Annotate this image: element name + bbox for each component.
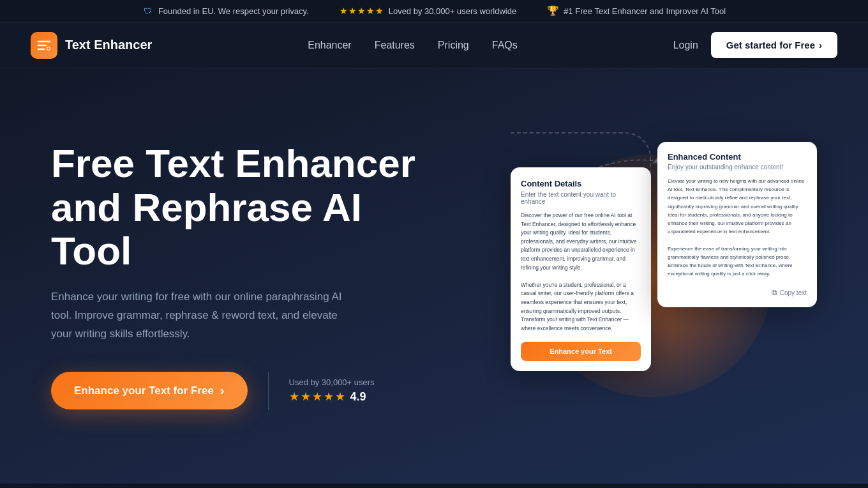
rating-number: 4.9	[350, 390, 366, 404]
cta-arrow-icon: ›	[220, 383, 225, 398]
logo-icon	[31, 32, 57, 59]
hero-title-line1: Free Text Enhancer	[51, 141, 415, 185]
rating-row: ★★★★★ 4.9	[289, 390, 375, 404]
rating-stars: ★★★★★	[289, 390, 347, 404]
content-details-subtitle: Enter the text content you want to enhan…	[521, 191, 641, 205]
nav-item-enhancer[interactable]: Enhancer	[308, 40, 352, 51]
logo[interactable]: Text Enhancer	[31, 32, 152, 59]
copy-label: Copy text	[780, 289, 807, 296]
banner-stars-icon: ★★★★★	[340, 6, 384, 16]
shield-icon: 🛡	[142, 5, 154, 17]
enhance-cta-button[interactable]: Enhance your Text for Free ›	[51, 372, 248, 409]
top-banner: 🛡 Founded in EU. We respect your privacy…	[0, 0, 868, 22]
divider	[268, 372, 269, 410]
logo-text: Text Enhancer	[65, 38, 152, 52]
navigation: Text Enhancer Enhancer Features Pricing …	[0, 22, 868, 68]
social-proof: Used by 30,000+ users ★★★★★ 4.9	[289, 377, 375, 404]
nav-links: Enhancer Features Pricing FAQs	[308, 40, 518, 51]
banner-loved-text: Loved by 30,000+ users worldwide	[389, 6, 517, 16]
login-button[interactable]: Login	[673, 40, 698, 51]
card-enhance-button[interactable]: Enhance your Text	[521, 342, 641, 361]
banner-award: 🏆 #1 Free Text Enhancer and Improver AI …	[547, 5, 726, 17]
enhanced-title: Enhanced Content	[668, 152, 807, 162]
arrow-right-icon: ›	[819, 40, 822, 50]
nav-link-features[interactable]: Features	[375, 40, 415, 50]
content-details-title: Content Details	[521, 179, 641, 188]
enhanced-subtitle: Enjoy your outstanding enhance content!	[668, 164, 807, 171]
nav-actions: Login Get started for Free ›	[673, 32, 837, 58]
banner-award-text: #1 Free Text Enhancer and Improver AI To…	[564, 6, 726, 16]
copy-icon: ⧉	[772, 288, 777, 297]
trophy-icon: 🏆	[547, 5, 559, 17]
hero-section: Free Text Enhancer and Rephrase AI Tool …	[0, 68, 868, 484]
social-proof-label: Used by 30,000+ users	[289, 377, 375, 387]
banner-loved: ★★★★★ Loved by 30,000+ users worldwide	[340, 6, 517, 16]
enhanced-content-card: Enhanced Content Enjoy your outstanding …	[657, 142, 817, 307]
enhanced-body: Elevate your writing to new heights with…	[668, 177, 807, 278]
nav-link-enhancer[interactable]: Enhancer	[308, 40, 352, 50]
banner-privacy: 🛡 Founded in EU. We respect your privacy…	[142, 5, 309, 17]
get-started-label: Get started for Free	[726, 40, 815, 50]
hero-mockup: Content Details Enter the text content y…	[511, 142, 817, 410]
hero-content: Free Text Enhancer and Rephrase AI Tool …	[51, 142, 421, 409]
hero-title-line2: and Rephrase AI Tool	[51, 185, 362, 273]
banner-privacy-text: Founded in EU. We respect your privacy.	[158, 6, 309, 16]
copy-row[interactable]: ⧉ Copy text	[668, 288, 807, 297]
content-details-card: Content Details Enter the text content y…	[511, 167, 651, 371]
nav-item-features[interactable]: Features	[375, 40, 415, 51]
nav-link-pricing[interactable]: Pricing	[438, 40, 469, 50]
get-started-button[interactable]: Get started for Free ›	[711, 32, 837, 58]
nav-item-pricing[interactable]: Pricing	[438, 40, 469, 51]
content-details-body: Discover the power of our free online AI…	[521, 211, 641, 333]
hero-subtitle: Enhance your writing for free with our o…	[51, 288, 357, 344]
nav-link-faqs[interactable]: FAQs	[492, 40, 518, 50]
hero-title: Free Text Enhancer and Rephrase AI Tool	[51, 142, 421, 273]
enhance-cta-label: Enhance your Text for Free	[74, 385, 214, 397]
hero-cta-row: Enhance your Text for Free › Used by 30,…	[51, 372, 421, 410]
nav-item-faqs[interactable]: FAQs	[492, 40, 518, 51]
